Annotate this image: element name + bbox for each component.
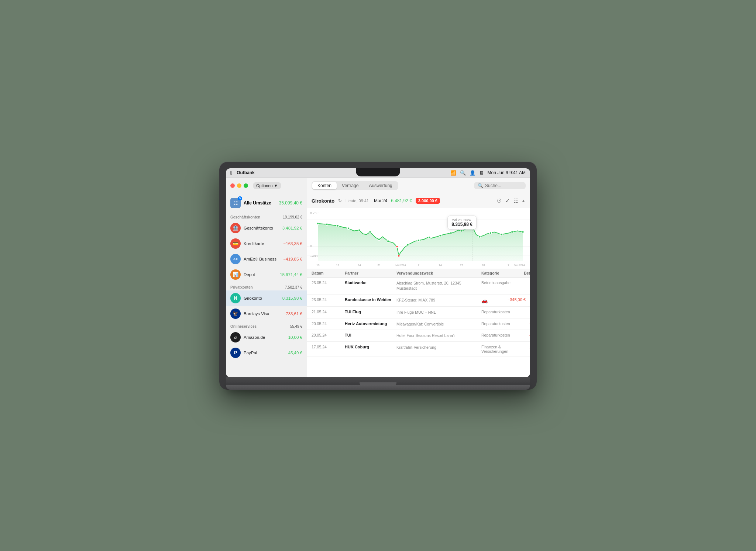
row2-amount: −345,00 €	[489, 297, 526, 302]
all-accounts-label: Alle Umsätze	[244, 200, 276, 206]
close-button[interactable]	[230, 183, 235, 188]
apple-menu-icon[interactable]: 	[230, 170, 232, 176]
tab-konten[interactable]: Konten	[312, 182, 337, 189]
svg-point-21	[479, 235, 481, 238]
svg-point-25	[522, 231, 524, 233]
svg-point-16	[428, 236, 430, 238]
refresh-icon[interactable]: ↻	[338, 198, 342, 203]
svg-text:17: 17	[336, 263, 339, 266]
kreditkarte-icon: 💳	[230, 238, 241, 249]
person-icon: 👤	[470, 170, 475, 176]
table-row[interactable]: 23.05.24 Bundeskasse in Weiden KFZ-Steue…	[307, 295, 530, 307]
girokonto-icon: N	[230, 293, 241, 303]
row2-category: 🚗	[481, 297, 489, 303]
row2-partner: Bundeskasse in Weiden	[345, 297, 396, 302]
svg-point-11	[387, 240, 389, 242]
tab-group: Konten Verträge Auswertung	[312, 181, 398, 190]
sidebar-item-amex[interactable]: AX AmEx® Business −419,85 €	[226, 251, 307, 267]
chart-container: 8.750 0 −400	[307, 208, 530, 269]
all-accounts-amount: 35.099,40 €	[279, 200, 302, 206]
table-row[interactable]: 21.05.24 TUI Flug Ihre Flüge MUC – HNL R…	[307, 307, 530, 318]
filter-button[interactable]: ☷	[513, 197, 519, 204]
svg-point-13	[398, 255, 400, 257]
svg-point-4	[317, 222, 319, 224]
screen-notch	[356, 168, 400, 176]
account-header: Girokonto ↻ Heute, 09:41 Mai 24 6.481,92…	[307, 194, 530, 208]
table-row[interactable]: 17.05.24 HUK Coburg Kraftfahrt-Versicher…	[307, 342, 530, 357]
notification-badge: 5	[238, 196, 242, 200]
section-header-privatkonten: Privatkonten 7.582,37 €	[226, 282, 307, 290]
row6-category: Finanzen & Versicherungen	[481, 345, 508, 354]
sidebar-item-paypal[interactable]: P PayPal 45,49 €	[226, 345, 307, 361]
table-header: Datum Partner Verwendungszweck Kategorie…	[307, 269, 530, 278]
col-datum: Datum	[312, 271, 345, 275]
table-row[interactable]: 20.05.24 TUI Hotel Four Seasons Resort L…	[307, 330, 530, 342]
main-content: Konten Verträge Auswertung 🔍 Girokonto ↻…	[307, 178, 530, 377]
menubar-right: 📶 🔍 👤 🖥 Mon Jun 9 9:41 AM	[450, 170, 526, 176]
tab-auswertung[interactable]: Auswertung	[364, 182, 397, 189]
row1-partner: Stadtwerke	[345, 280, 396, 285]
row4-amount: −366,00 €	[510, 321, 530, 326]
row3-purpose: Ihre Flüge MUC – HNL	[396, 310, 481, 315]
sidebar-item-barclays[interactable]: 🦅 Barclays Visa −733,61 €	[226, 306, 307, 321]
svg-point-12	[396, 245, 398, 248]
row2-purpose: KFZ-Steuer, M AX 789	[396, 297, 481, 303]
table-row[interactable]: 23.05.24 Stadtwerke Abschlag Strom, Must…	[307, 278, 530, 295]
barclays-icon: 🦅	[230, 309, 241, 319]
svg-text:21: 21	[460, 263, 464, 266]
chart-svg: 10 17 24 31 Mai 2024 7 14 21 28 7 Juni 2…	[307, 208, 530, 269]
tooltip-amount: 8.315,98 €	[451, 222, 472, 227]
search-menu-icon[interactable]: 🔍	[460, 170, 466, 176]
search-input[interactable]	[485, 183, 522, 188]
row1-amount: −55,00 €	[511, 280, 530, 285]
sidebar-item-depot[interactable]: 📊 Depot 15.971,44 €	[226, 267, 307, 282]
overdraft-limit: 3.000,00 €	[416, 198, 440, 204]
svg-point-19	[461, 230, 463, 232]
svg-text:7: 7	[418, 263, 419, 266]
row4-category: Reparaturkosten	[481, 321, 510, 326]
tooltip-date: Mai 23, 2024	[451, 218, 472, 222]
sidebar-item-kreditkarte[interactable]: 💳 Kreditkarte −163,35 €	[226, 236, 307, 251]
categories-button[interactable]: ☉	[496, 197, 502, 204]
geschaeftskonto-icon: 🏦	[230, 223, 241, 233]
svg-point-5	[326, 223, 328, 225]
svg-text:24: 24	[358, 263, 361, 266]
row6-date: 17.05.24	[312, 345, 345, 349]
screen-bezel:  Outbank 📶 🔍 👤 🖥 Mon Jun 9 9:41 AM	[226, 168, 530, 377]
chart-y-label-top: 8.750	[310, 211, 319, 215]
svg-point-10	[378, 238, 380, 240]
options-button[interactable]: Optionen ▼	[253, 182, 281, 189]
row6-partner: HUK Coburg	[345, 345, 396, 349]
svg-point-9	[369, 231, 371, 233]
row1-category: Betriebsausgabe	[481, 280, 511, 285]
svg-point-22	[489, 232, 492, 234]
checkmark-button[interactable]: ✓	[505, 197, 511, 204]
amex-icon: AX	[230, 254, 241, 264]
accounts-grid-icon: ☷	[233, 200, 238, 206]
maximize-button[interactable]	[244, 183, 248, 188]
row3-partner: TUI Flug	[345, 310, 396, 314]
row1-date: 23.05.24	[312, 280, 345, 285]
main-toolbar: Konten Verträge Auswertung 🔍	[307, 178, 530, 194]
row5-purpose: Hotel Four Seasons Resort Lana'i	[396, 333, 481, 338]
sidebar-item-amazon[interactable]: a Amazon.de 10,00 €	[226, 330, 307, 345]
transactions-table: Datum Partner Verwendungszweck Kategorie…	[307, 269, 530, 377]
row5-category: Reparaturkosten	[481, 333, 510, 337]
amazon-icon: a	[230, 332, 241, 342]
chevron-up-icon[interactable]: ▲	[521, 198, 526, 203]
search-icon: 🔍	[478, 183, 483, 188]
svg-text:Juni 2024: Juni 2024	[514, 264, 525, 266]
period-label: Mai 24	[374, 198, 387, 203]
table-row[interactable]: 20.05.24 Hertz Autovermietung Mietwagen/…	[307, 318, 530, 330]
row3-amount: −654,00 €	[510, 310, 530, 314]
search-box[interactable]: 🔍	[474, 182, 526, 189]
row4-partner: Hertz Autovermietung	[345, 321, 396, 326]
screen-icon: 🖥	[479, 170, 484, 176]
row6-purpose: Kraftfahrt-Versicherung	[396, 345, 481, 350]
all-accounts-item[interactable]: ☷ 5 Alle Umsätze 35.099,40 €	[226, 194, 307, 212]
svg-point-15	[417, 239, 420, 241]
tab-vertraege[interactable]: Verträge	[337, 182, 364, 189]
sidebar-item-girokonto[interactable]: N Girokonto 8.315,98 €	[226, 290, 307, 306]
minimize-button[interactable]	[237, 183, 241, 188]
sidebar-item-geschaeftskonto[interactable]: 🏦 Geschäftskonto 3.481,92 €	[226, 220, 307, 236]
